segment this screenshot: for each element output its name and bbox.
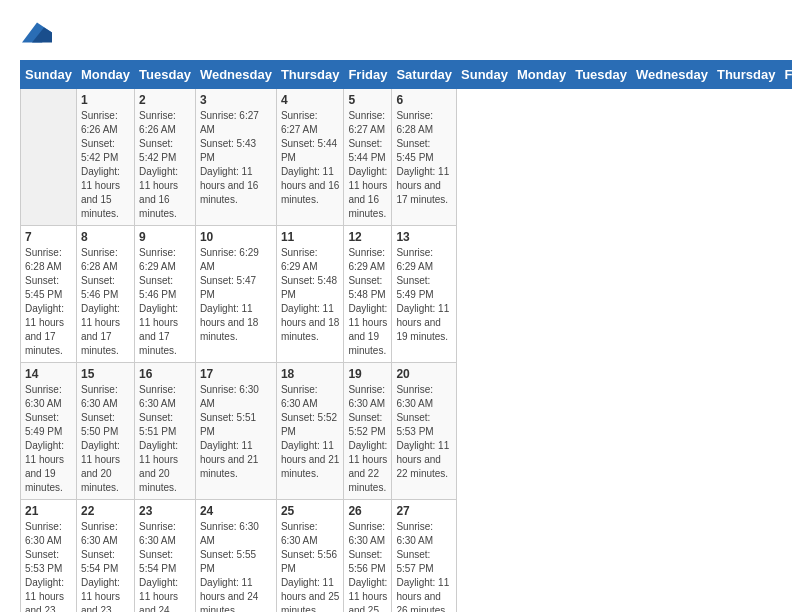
calendar-cell: 20Sunrise: 6:30 AMSunset: 5:53 PMDayligh… bbox=[392, 363, 457, 500]
day-number: 25 bbox=[281, 504, 340, 518]
col-header-wednesday: Wednesday bbox=[631, 61, 712, 89]
calendar-week-row: 1Sunrise: 6:26 AMSunset: 5:42 PMDaylight… bbox=[21, 89, 793, 226]
page-header bbox=[20, 20, 772, 50]
calendar-cell bbox=[21, 89, 77, 226]
day-number: 20 bbox=[396, 367, 452, 381]
col-header-friday: Friday bbox=[780, 61, 792, 89]
calendar-cell: 12Sunrise: 6:29 AMSunset: 5:48 PMDayligh… bbox=[344, 226, 392, 363]
header-friday: Friday bbox=[344, 61, 392, 89]
calendar-cell: 14Sunrise: 6:30 AMSunset: 5:49 PMDayligh… bbox=[21, 363, 77, 500]
day-number: 12 bbox=[348, 230, 387, 244]
calendar-cell: 21Sunrise: 6:30 AMSunset: 5:53 PMDayligh… bbox=[21, 500, 77, 613]
calendar-table: SundayMondayTuesdayWednesdayThursdayFrid… bbox=[20, 60, 792, 612]
calendar-cell: 18Sunrise: 6:30 AMSunset: 5:52 PMDayligh… bbox=[276, 363, 344, 500]
day-number: 8 bbox=[81, 230, 130, 244]
day-number: 19 bbox=[348, 367, 387, 381]
day-number: 3 bbox=[200, 93, 272, 107]
calendar-cell: 13Sunrise: 6:29 AMSunset: 5:49 PMDayligh… bbox=[392, 226, 457, 363]
day-info: Sunrise: 6:27 AMSunset: 5:44 PMDaylight:… bbox=[348, 109, 387, 221]
day-info: Sunrise: 6:30 AMSunset: 5:55 PMDaylight:… bbox=[200, 520, 272, 612]
calendar-cell: 11Sunrise: 6:29 AMSunset: 5:48 PMDayligh… bbox=[276, 226, 344, 363]
calendar-cell: 8Sunrise: 6:28 AMSunset: 5:46 PMDaylight… bbox=[76, 226, 134, 363]
header-tuesday: Tuesday bbox=[135, 61, 196, 89]
day-info: Sunrise: 6:30 AMSunset: 5:51 PMDaylight:… bbox=[139, 383, 191, 495]
day-number: 11 bbox=[281, 230, 340, 244]
calendar-header-row: SundayMondayTuesdayWednesdayThursdayFrid… bbox=[21, 61, 793, 89]
calendar-cell: 22Sunrise: 6:30 AMSunset: 5:54 PMDayligh… bbox=[76, 500, 134, 613]
calendar-cell: 16Sunrise: 6:30 AMSunset: 5:51 PMDayligh… bbox=[135, 363, 196, 500]
day-info: Sunrise: 6:29 AMSunset: 5:48 PMDaylight:… bbox=[281, 246, 340, 344]
calendar-cell: 3Sunrise: 6:27 AMSunset: 5:43 PMDaylight… bbox=[195, 89, 276, 226]
calendar-cell: 10Sunrise: 6:29 AMSunset: 5:47 PMDayligh… bbox=[195, 226, 276, 363]
day-info: Sunrise: 6:30 AMSunset: 5:52 PMDaylight:… bbox=[281, 383, 340, 481]
calendar-cell: 27Sunrise: 6:30 AMSunset: 5:57 PMDayligh… bbox=[392, 500, 457, 613]
col-header-thursday: Thursday bbox=[712, 61, 780, 89]
calendar-cell: 26Sunrise: 6:30 AMSunset: 5:56 PMDayligh… bbox=[344, 500, 392, 613]
day-number: 23 bbox=[139, 504, 191, 518]
day-info: Sunrise: 6:27 AMSunset: 5:44 PMDaylight:… bbox=[281, 109, 340, 207]
header-thursday: Thursday bbox=[276, 61, 344, 89]
day-number: 22 bbox=[81, 504, 130, 518]
day-info: Sunrise: 6:29 AMSunset: 5:46 PMDaylight:… bbox=[139, 246, 191, 358]
day-number: 18 bbox=[281, 367, 340, 381]
calendar-cell: 23Sunrise: 6:30 AMSunset: 5:54 PMDayligh… bbox=[135, 500, 196, 613]
day-info: Sunrise: 6:26 AMSunset: 5:42 PMDaylight:… bbox=[81, 109, 130, 221]
calendar-cell: 9Sunrise: 6:29 AMSunset: 5:46 PMDaylight… bbox=[135, 226, 196, 363]
col-header-sunday: Sunday bbox=[457, 61, 513, 89]
day-info: Sunrise: 6:28 AMSunset: 5:46 PMDaylight:… bbox=[81, 246, 130, 358]
day-info: Sunrise: 6:30 AMSunset: 5:53 PMDaylight:… bbox=[25, 520, 72, 612]
calendar-cell: 25Sunrise: 6:30 AMSunset: 5:56 PMDayligh… bbox=[276, 500, 344, 613]
day-info: Sunrise: 6:30 AMSunset: 5:54 PMDaylight:… bbox=[81, 520, 130, 612]
day-info: Sunrise: 6:30 AMSunset: 5:50 PMDaylight:… bbox=[81, 383, 130, 495]
logo-icon bbox=[22, 20, 52, 50]
day-info: Sunrise: 6:30 AMSunset: 5:53 PMDaylight:… bbox=[396, 383, 452, 481]
calendar-cell: 24Sunrise: 6:30 AMSunset: 5:55 PMDayligh… bbox=[195, 500, 276, 613]
day-info: Sunrise: 6:30 AMSunset: 5:57 PMDaylight:… bbox=[396, 520, 452, 612]
day-number: 10 bbox=[200, 230, 272, 244]
logo bbox=[20, 20, 52, 50]
logo-text bbox=[20, 20, 52, 50]
day-number: 14 bbox=[25, 367, 72, 381]
header-wednesday: Wednesday bbox=[195, 61, 276, 89]
calendar-cell: 1Sunrise: 6:26 AMSunset: 5:42 PMDaylight… bbox=[76, 89, 134, 226]
calendar-cell: 17Sunrise: 6:30 AMSunset: 5:51 PMDayligh… bbox=[195, 363, 276, 500]
day-number: 4 bbox=[281, 93, 340, 107]
calendar-week-row: 14Sunrise: 6:30 AMSunset: 5:49 PMDayligh… bbox=[21, 363, 793, 500]
calendar-week-row: 7Sunrise: 6:28 AMSunset: 5:45 PMDaylight… bbox=[21, 226, 793, 363]
col-header-monday: Monday bbox=[513, 61, 571, 89]
day-info: Sunrise: 6:26 AMSunset: 5:42 PMDaylight:… bbox=[139, 109, 191, 221]
calendar-cell: 4Sunrise: 6:27 AMSunset: 5:44 PMDaylight… bbox=[276, 89, 344, 226]
day-number: 21 bbox=[25, 504, 72, 518]
day-info: Sunrise: 6:30 AMSunset: 5:49 PMDaylight:… bbox=[25, 383, 72, 495]
day-number: 5 bbox=[348, 93, 387, 107]
calendar-cell: 19Sunrise: 6:30 AMSunset: 5:52 PMDayligh… bbox=[344, 363, 392, 500]
day-number: 24 bbox=[200, 504, 272, 518]
day-number: 16 bbox=[139, 367, 191, 381]
header-saturday: Saturday bbox=[392, 61, 457, 89]
day-info: Sunrise: 6:29 AMSunset: 5:47 PMDaylight:… bbox=[200, 246, 272, 344]
day-info: Sunrise: 6:30 AMSunset: 5:51 PMDaylight:… bbox=[200, 383, 272, 481]
day-number: 13 bbox=[396, 230, 452, 244]
day-number: 9 bbox=[139, 230, 191, 244]
day-number: 7 bbox=[25, 230, 72, 244]
day-number: 1 bbox=[81, 93, 130, 107]
header-sunday: Sunday bbox=[21, 61, 77, 89]
day-number: 26 bbox=[348, 504, 387, 518]
col-header-tuesday: Tuesday bbox=[571, 61, 632, 89]
calendar-cell: 7Sunrise: 6:28 AMSunset: 5:45 PMDaylight… bbox=[21, 226, 77, 363]
day-info: Sunrise: 6:27 AMSunset: 5:43 PMDaylight:… bbox=[200, 109, 272, 207]
header-monday: Monday bbox=[76, 61, 134, 89]
calendar-cell: 5Sunrise: 6:27 AMSunset: 5:44 PMDaylight… bbox=[344, 89, 392, 226]
day-number: 17 bbox=[200, 367, 272, 381]
day-number: 27 bbox=[396, 504, 452, 518]
calendar-cell: 6Sunrise: 6:28 AMSunset: 5:45 PMDaylight… bbox=[392, 89, 457, 226]
day-info: Sunrise: 6:30 AMSunset: 5:54 PMDaylight:… bbox=[139, 520, 191, 612]
calendar-cell: 15Sunrise: 6:30 AMSunset: 5:50 PMDayligh… bbox=[76, 363, 134, 500]
day-info: Sunrise: 6:30 AMSunset: 5:56 PMDaylight:… bbox=[281, 520, 340, 612]
day-info: Sunrise: 6:28 AMSunset: 5:45 PMDaylight:… bbox=[396, 109, 452, 207]
day-info: Sunrise: 6:30 AMSunset: 5:56 PMDaylight:… bbox=[348, 520, 387, 612]
calendar-cell: 2Sunrise: 6:26 AMSunset: 5:42 PMDaylight… bbox=[135, 89, 196, 226]
day-info: Sunrise: 6:30 AMSunset: 5:52 PMDaylight:… bbox=[348, 383, 387, 495]
day-number: 6 bbox=[396, 93, 452, 107]
day-info: Sunrise: 6:28 AMSunset: 5:45 PMDaylight:… bbox=[25, 246, 72, 358]
